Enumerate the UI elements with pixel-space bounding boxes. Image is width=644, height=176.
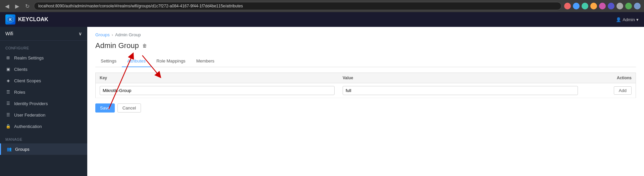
- tab-role-mappings[interactable]: Role Mappings: [151, 55, 191, 67]
- svg-text:K: K: [9, 18, 12, 21]
- value-input[interactable]: [343, 86, 578, 95]
- clients-icon: ▣: [5, 67, 11, 72]
- tabs: Settings Attributes Role Mappings Member…: [95, 55, 636, 67]
- sidebar: Wifi ∨ Configure ⊞ Realm Settings ▣ Clie…: [0, 27, 87, 176]
- ext-icon-1: [564, 3, 571, 9]
- key-cell: [96, 83, 339, 98]
- key-input[interactable]: [100, 86, 335, 95]
- sidebar-item-authentication[interactable]: 🔒 Authentication: [0, 121, 87, 132]
- page-title-area: Admin Group 🗑: [95, 41, 636, 50]
- sidebar-item-groups[interactable]: 👥 Groups: [0, 143, 87, 155]
- ext-icon-6: [608, 3, 614, 9]
- breadcrumb-current: Admin Group: [115, 32, 141, 37]
- sidebar-item-label: Realm Settings: [14, 55, 44, 60]
- sidebar-item-label: User Federation: [14, 113, 45, 118]
- browser-extension-icons: [564, 3, 641, 9]
- realm-name: Wifi: [5, 31, 13, 36]
- actions-cell: Add: [582, 83, 636, 98]
- sidebar-item-roles[interactable]: ☰ Roles: [0, 86, 87, 98]
- ext-icon-8: [625, 3, 632, 9]
- breadcrumb: Groups › Admin Group: [95, 32, 636, 37]
- url-text: localhost:8090/auth/admin/master/console…: [38, 4, 243, 8]
- breadcrumb-parent-link[interactable]: Groups: [95, 32, 110, 37]
- sidebar-item-label: Roles: [14, 90, 25, 95]
- ext-icon-5: [599, 3, 606, 9]
- sidebar-item-user-federation[interactable]: ☰ User Federation: [0, 109, 87, 121]
- url-bar[interactable]: localhost:8090/auth/admin/master/console…: [34, 2, 561, 10]
- sidebar-item-label: Groups: [15, 147, 30, 152]
- cancel-button[interactable]: Cancel: [117, 103, 141, 113]
- nav-forward-button[interactable]: ▶: [13, 2, 21, 10]
- sidebar-item-label: Authentication: [14, 124, 42, 129]
- app-title: KEYCLOAK: [18, 16, 48, 23]
- sidebar-item-identity-providers[interactable]: ☰ Identity Providers: [0, 98, 87, 109]
- authentication-icon: 🔒: [5, 124, 11, 129]
- attributes-table: Key Value Actions: [95, 73, 636, 98]
- delete-group-button[interactable]: 🗑: [142, 43, 147, 48]
- breadcrumb-separator: ›: [112, 32, 113, 37]
- logo-area: K KEYCLOAK: [5, 14, 48, 25]
- roles-icon: ☰: [5, 89, 11, 95]
- sidebar-item-client-scopes[interactable]: ◈ Client Scopes: [0, 75, 87, 86]
- add-button[interactable]: Add: [614, 86, 632, 95]
- identity-providers-icon: ☰: [5, 101, 11, 106]
- col-header-actions: Actions: [582, 73, 636, 83]
- configure-section-label: Configure: [0, 41, 87, 52]
- tab-attributes[interactable]: Attributes: [122, 55, 151, 67]
- groups-icon: 👥: [6, 146, 12, 152]
- ext-icon-2: [573, 3, 580, 9]
- ext-icon-7: [616, 3, 623, 9]
- content-inner: Groups › Admin Group Admin Group 🗑 Setti…: [87, 27, 644, 118]
- realm-settings-icon: ⊞: [5, 55, 11, 60]
- keycloak-logo-icon: K: [5, 14, 15, 25]
- client-scopes-icon: ◈: [5, 78, 11, 83]
- user-icon: 👤: [616, 17, 621, 22]
- annotation-arrows: [92, 27, 327, 116]
- app-header: K KEYCLOAK 👤 Admin ▾: [0, 12, 644, 27]
- content-area: Groups › Admin Group Admin Group 🗑 Setti…: [87, 27, 644, 176]
- user-federation-icon: ☰: [5, 112, 11, 118]
- user-menu[interactable]: 👤 Admin ▾: [616, 17, 639, 22]
- tab-members[interactable]: Members: [191, 55, 220, 67]
- manage-section-label: Manage: [0, 132, 87, 143]
- sidebar-item-label: Clients: [14, 67, 28, 72]
- user-caret-icon: ▾: [636, 17, 639, 22]
- main-layout: Wifi ∨ Configure ⊞ Realm Settings ▣ Clie…: [0, 27, 644, 176]
- col-header-value: Value: [339, 73, 582, 83]
- page-title: Admin Group: [95, 41, 139, 50]
- user-label: Admin: [623, 17, 635, 22]
- realm-caret-icon: ∨: [79, 31, 82, 36]
- save-button[interactable]: Save: [95, 103, 115, 113]
- sidebar-item-label: Identity Providers: [14, 101, 48, 106]
- tab-settings[interactable]: Settings: [95, 55, 122, 67]
- nav-back-button[interactable]: ◀: [3, 2, 11, 10]
- ext-icon-4: [590, 3, 597, 9]
- col-header-key: Key: [96, 73, 339, 83]
- form-actions: Save Cancel: [95, 103, 636, 113]
- value-cell: [339, 83, 582, 98]
- sidebar-item-label: Client Scopes: [14, 78, 41, 83]
- sidebar-item-clients[interactable]: ▣ Clients: [0, 63, 87, 75]
- browser-bar: ◀ ▶ ↻ localhost:8090/auth/admin/master/c…: [0, 0, 644, 12]
- ext-icon-3: [582, 3, 588, 9]
- app-wrapper: K KEYCLOAK 👤 Admin ▾ Wifi ∨ Configure ⊞ …: [0, 12, 644, 176]
- user-avatar[interactable]: [634, 3, 641, 9]
- table-row: Add: [96, 83, 636, 98]
- realm-selector[interactable]: Wifi ∨: [0, 27, 87, 41]
- nav-reload-button[interactable]: ↻: [23, 2, 31, 10]
- sidebar-item-realm-settings[interactable]: ⊞ Realm Settings: [0, 52, 87, 63]
